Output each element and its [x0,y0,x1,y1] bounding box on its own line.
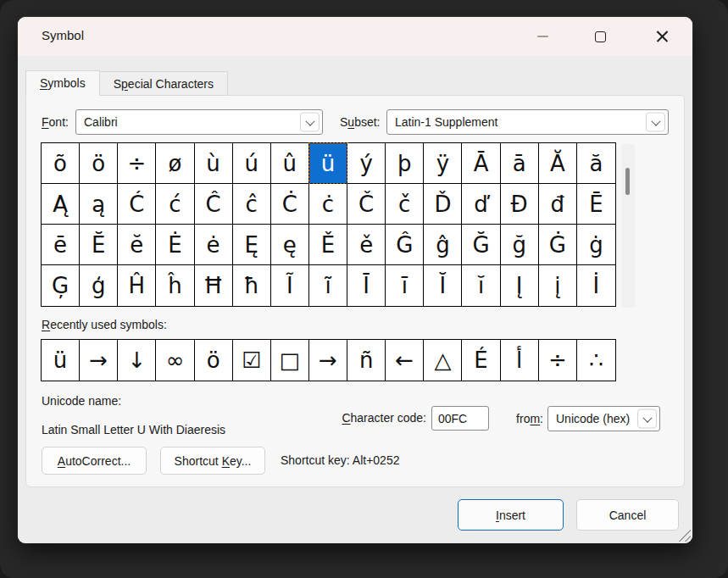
symbol-cell[interactable]: ć [156,184,194,225]
maximize-button[interactable] [581,17,620,56]
recent-symbol-cell[interactable]: ö [195,340,233,381]
symbol-cell[interactable]: Ġ [539,225,577,265]
recent-symbol-cell[interactable]: △ [424,340,462,381]
cancel-button[interactable]: Cancel [576,499,679,531]
tab-strip: Symbols Special Characters [25,70,228,96]
symbol-cell[interactable]: ċ [309,184,347,225]
font-dropdown[interactable]: Calibri [75,109,323,135]
scrollbar-thumb[interactable] [625,168,630,195]
symbol-cell[interactable]: Ę [233,225,271,265]
subset-dropdown[interactable]: Latin-1 Supplement [386,109,669,135]
symbol-cell[interactable]: Ĥ [118,265,156,306]
symbol-cell[interactable]: ÷ [118,143,156,184]
symbol-cell[interactable]: Ā [462,143,500,184]
tab-symbols[interactable]: Symbols [25,70,100,96]
symbol-cell[interactable]: ĭ [462,265,500,306]
symbol-cell[interactable]: Ă [539,143,577,184]
autocorrect-button[interactable]: AutoCorrect... [42,447,147,475]
symbol-cell[interactable]: ù [195,143,233,184]
titlebar[interactable]: Symbol [18,17,692,56]
symbol-cell[interactable]: ĩ [309,265,347,306]
recent-symbol-cell[interactable]: ↓ [118,340,156,381]
symbol-cell[interactable]: ğ [501,225,539,265]
symbol-cell[interactable]: ĥ [156,265,194,306]
symbol-cell[interactable]: č [386,184,424,225]
recent-symbol-cell[interactable]: ∴ [577,340,615,381]
symbol-cell[interactable]: Ď [424,184,462,225]
chevron-down-icon[interactable] [646,113,665,132]
symbol-cell[interactable]: ġ [577,225,615,265]
tab-special-characters[interactable]: Special Characters [100,71,228,96]
symbol-cell[interactable]: Ĝ [386,225,424,265]
symbol-cell[interactable]: ď [462,184,500,225]
symbol-cell[interactable]: Ć [118,184,156,225]
symbol-cell[interactable]: Ĉ [195,184,233,225]
recent-symbol-cell[interactable]: ☑ [233,340,271,381]
symbol-cell[interactable]: Ĩ [271,265,309,306]
shortcut-key-button[interactable]: Shortcut Key... [160,447,265,475]
symbol-cell[interactable]: Į [501,265,539,306]
symbol-cell[interactable]: õ [42,143,80,184]
desktop-background: Symbol Symbols Special Characters Font: … [0,0,728,578]
symbol-cell[interactable]: Č [347,184,386,225]
symbol-cell[interactable]: ú [233,143,271,184]
recent-symbol-cell[interactable]: ← [386,340,424,381]
recent-symbol-cell[interactable]: ∞ [156,340,194,381]
symbol-cell[interactable]: Ċ [271,184,309,225]
recent-symbol-cell[interactable]: É [462,340,500,381]
chevron-down-icon[interactable] [300,113,320,132]
character-code-input[interactable] [431,406,489,431]
symbol-cell[interactable]: ÿ [424,143,462,184]
minimize-button[interactable] [523,17,562,56]
symbol-cell[interactable]: İ [577,265,615,306]
grid-scrollbar[interactable] [621,144,635,308]
symbol-cell[interactable]: þ [386,143,424,184]
symbol-cell[interactable]: Ē [577,184,615,225]
symbol-cell[interactable]: Ğ [462,225,500,265]
symbol-cell[interactable]: Ĭ [424,265,462,306]
symbol-cell[interactable]: Ħ [195,265,233,306]
chevron-down-icon[interactable] [637,409,657,429]
symbol-cell[interactable]: ę [271,225,309,265]
symbol-cell[interactable]: ĉ [233,184,271,225]
symbol-cell[interactable]: û [271,143,309,184]
symbol-cell[interactable]: ī [386,265,424,306]
symbol-cell[interactable]: Ě [309,225,347,265]
symbol-cell[interactable]: ħ [233,265,271,306]
insert-button[interactable]: Insert [458,499,564,531]
symbol-cell[interactable]: ö [80,143,118,184]
symbol-cell-selected[interactable]: ü [309,143,347,184]
symbol-cell[interactable]: đ [539,184,577,225]
symbol-cell[interactable]: ė [195,225,233,265]
dialog-footer: Insert Cancel [18,487,692,543]
symbol-cell[interactable]: ą [80,184,118,225]
symbol-cell[interactable]: Ė [156,225,194,265]
symbol-cell[interactable]: ă [577,143,615,184]
symbol-cell[interactable]: ø [156,143,194,184]
symbol-cell[interactable]: ē [42,225,80,265]
recent-symbol-cell[interactable]: □ [271,340,309,381]
symbol-cell[interactable]: ĕ [118,225,156,265]
recent-symbol-cell[interactable]: ñ [347,340,386,381]
symbol-cell[interactable]: ý [347,143,386,184]
recent-symbol-cell[interactable]: → [80,340,118,381]
character-code-label: Character code: [281,406,426,431]
recent-symbol-cell[interactable]: ü [42,340,80,381]
symbol-cell[interactable]: Ĕ [80,225,118,265]
recent-symbol-cell[interactable]: ÷ [539,340,577,381]
symbol-cell[interactable]: ě [347,225,386,265]
symbol-cell[interactable]: Ī [347,265,386,306]
unicode-name-value: Latin Small Letter U With Diaeresis [42,423,225,436]
symbol-cell[interactable]: ā [501,143,539,184]
symbol-cell[interactable]: į [539,265,577,306]
from-dropdown[interactable]: Unicode (hex) [547,406,660,431]
symbol-cell[interactable]: Ą [42,184,80,225]
recent-symbol-cell[interactable]: → [309,340,347,381]
symbol-cell[interactable]: ģ [80,265,118,306]
recent-symbol-cell[interactable]: أ [501,340,539,381]
from-label: from: [508,412,543,425]
symbol-cell[interactable]: ĝ [424,225,462,265]
symbol-cell[interactable]: Ģ [42,265,80,306]
symbol-cell[interactable]: Đ [501,184,539,225]
close-button[interactable] [642,17,681,56]
